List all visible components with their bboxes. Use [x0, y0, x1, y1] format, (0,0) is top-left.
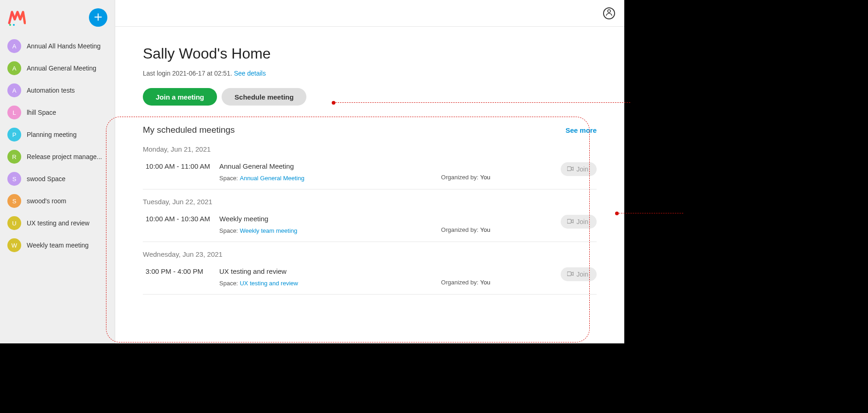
sidebar-avatar: W — [7, 238, 21, 252]
join-button-label: Join — [576, 165, 588, 173]
meeting-time: 10:00 AM - 10:30 AM — [146, 215, 219, 223]
svg-point-1 — [13, 24, 15, 26]
video-icon — [567, 271, 574, 278]
meeting-title: UX testing and review — [219, 267, 441, 275]
meeting-organizer-value: You — [480, 174, 490, 181]
join-button[interactable]: Join — [561, 215, 597, 229]
annotation-line-mid — [619, 213, 683, 213]
sidebar-item-label: Release project manage... — [27, 153, 102, 160]
sidebar-avatar: U — [7, 216, 21, 230]
sidebar-item-label: swood's room — [27, 197, 66, 205]
sidebar-item[interactable]: AAnnual All Hands Meeting — [0, 35, 115, 57]
meeting-space-label: Space: — [219, 175, 238, 182]
svg-rect-3 — [567, 167, 571, 171]
sidebar-item-label: Weekly team meeting — [27, 242, 88, 249]
last-login-text: Last login 2021-06-17 at 02:51. — [143, 70, 232, 77]
sidebar-item-label: lhill Space — [27, 109, 56, 116]
sidebar-item-label: Annual General Meeting — [27, 65, 96, 72]
see-more-link[interactable]: See more — [565, 126, 597, 134]
join-button[interactable]: Join — [561, 267, 597, 281]
sidebar-avatar: R — [7, 150, 21, 164]
sidebar-item[interactable]: Sswood Space — [0, 168, 115, 190]
user-icon — [605, 9, 613, 18]
sidebar-item[interactable]: Llhill Space — [0, 101, 115, 124]
svg-rect-5 — [567, 272, 571, 276]
sidebar-item-label: Annual All Hands Meeting — [27, 42, 100, 50]
sidebar-avatar: P — [7, 128, 21, 142]
meeting-organizer-value: You — [480, 226, 490, 233]
plus-icon — [94, 12, 102, 24]
sidebar-item[interactable]: RRelease project manage... — [0, 146, 115, 168]
svg-point-0 — [9, 24, 11, 26]
meeting-organizer-label: Organized by: — [441, 279, 478, 286]
sidebar-avatar: S — [7, 172, 21, 186]
sidebar-avatar: A — [7, 39, 21, 53]
sidebar-item-label: Automation tests — [27, 87, 75, 94]
meeting-time: 10:00 AM - 11:00 AM — [146, 162, 219, 170]
meeting-organizer-value: You — [480, 279, 490, 286]
sidebar-avatar: L — [7, 106, 21, 119]
meeting-row: 3:00 PM - 4:00 PMUX testing and reviewSp… — [143, 265, 597, 295]
join-button[interactable]: Join — [561, 162, 597, 176]
topbar — [115, 0, 624, 27]
scheduled-meetings-title: My scheduled meetings — [143, 125, 235, 135]
profile-button[interactable] — [603, 7, 615, 19]
sidebar-item[interactable]: UUX testing and review — [0, 212, 115, 234]
schedule-meeting-button[interactable]: Schedule meeting — [222, 88, 306, 106]
join-meeting-button[interactable]: Join a meeting — [143, 88, 217, 106]
join-button-label: Join — [576, 218, 588, 225]
sidebar-avatar: A — [7, 61, 21, 75]
meeting-space-link[interactable]: Annual General Meeting — [240, 175, 304, 182]
meeting-title: Weekly meeting — [219, 215, 441, 223]
meeting-row: 10:00 AM - 10:30 AMWeekly meetingSpace:W… — [143, 212, 597, 242]
day-label: Monday, Jun 21, 2021 — [143, 145, 597, 153]
see-details-link[interactable]: See details — [234, 70, 266, 77]
sidebar-item[interactable]: WWeekly team meeting — [0, 234, 115, 256]
app-logo[interactable] — [7, 8, 26, 27]
sidebar-item-label: swood Space — [27, 175, 65, 183]
meeting-space-label: Space: — [219, 227, 238, 234]
sidebar-avatar: S — [7, 194, 21, 208]
video-icon — [567, 165, 574, 173]
last-login: Last login 2021-06-17 at 02:51. See deta… — [143, 70, 597, 77]
meeting-space-link[interactable]: UX testing and review — [240, 280, 298, 287]
sidebar-avatar: A — [7, 83, 21, 97]
day-label: Tuesday, Jun 22, 2021 — [143, 198, 597, 206]
day-label: Wednesday, Jun 23, 2021 — [143, 250, 597, 258]
new-button[interactable] — [89, 8, 107, 27]
meeting-row: 10:00 AM - 11:00 AMAnnual General Meetin… — [143, 159, 597, 189]
sidebar-item[interactable]: Sswood's room — [0, 190, 115, 212]
join-button-label: Join — [576, 271, 588, 278]
meeting-space-label: Space: — [219, 280, 238, 287]
meeting-organizer-label: Organized by: — [441, 174, 478, 181]
meeting-title: Annual General Meeting — [219, 162, 441, 170]
sidebar-item[interactable]: AAnnual General Meeting — [0, 57, 115, 79]
sidebar-item[interactable]: PPlanning meeting — [0, 124, 115, 146]
svg-point-2 — [608, 10, 610, 12]
meeting-organizer-label: Organized by: — [441, 226, 478, 233]
page-title: Sally Wood's Home — [143, 45, 597, 62]
sidebar: AAnnual All Hands MeetingAAnnual General… — [0, 0, 115, 343]
sidebar-item[interactable]: AAutomation tests — [0, 79, 115, 101]
sidebar-item-label: UX testing and review — [27, 219, 89, 227]
svg-rect-4 — [567, 219, 571, 224]
sidebar-item-label: Planning meeting — [27, 131, 76, 138]
video-icon — [567, 218, 574, 225]
meeting-time: 3:00 PM - 4:00 PM — [146, 267, 219, 275]
meeting-space-link[interactable]: Weekly team meeting — [240, 227, 297, 234]
